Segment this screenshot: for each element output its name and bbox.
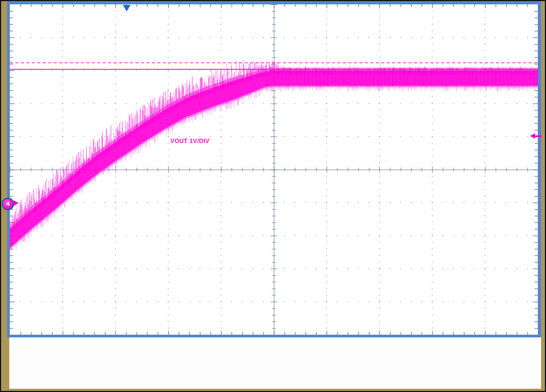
trigger-position-marker-icon[interactable] [123,5,130,11]
channel4-reference-marker[interactable]: 4 [2,198,14,210]
trigger-level-marker[interactable] [530,133,542,139]
waveform-display-area [10,4,538,335]
trace-label: VOUT 1V/DIV [170,138,210,144]
arrow-tail [535,135,542,137]
channel4-arrow-icon [14,200,19,206]
waveform-canvas [10,4,538,335]
oscilloscope-screen: 4 VOUT 1V/DIV C4 50.0mV Offset:600mV 1MΩ… [0,0,546,392]
graticule-frame [7,1,541,337]
readout-panel: C4 50.0mV Offset:600mV 1MΩ BW:20.0M V1 7… [9,337,541,389]
